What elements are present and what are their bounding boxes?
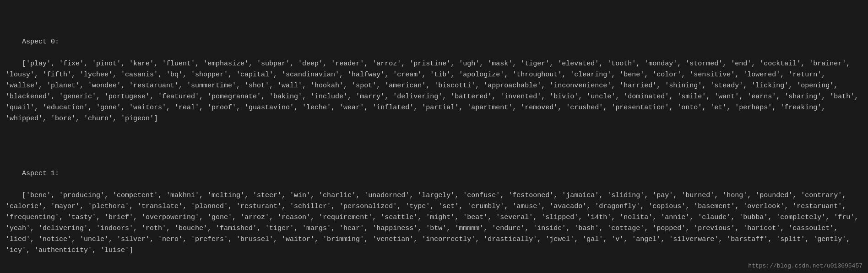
aspect1-label: Aspect 1:: [22, 170, 59, 177]
main-content: Aspect 0: ['play', 'fixe', 'pinot', 'kar…: [5, 4, 863, 273]
aspect1-content: ['bene', 'producing', 'competent', 'makh…: [5, 192, 863, 254]
aspect0-content: ['play', 'fixe', 'pinot', 'kare', 'fluen…: [5, 60, 863, 123]
footer-url: https://blog.csdn.net/u013695457: [748, 262, 863, 271]
aspect0-label: Aspect 0:: [22, 38, 59, 46]
aspect1-section: Aspect 1: ['bene', 'producing', 'compete…: [5, 157, 863, 267]
aspect0-section: Aspect 0: ['play', 'fixe', 'pinot', 'kar…: [5, 26, 863, 135]
